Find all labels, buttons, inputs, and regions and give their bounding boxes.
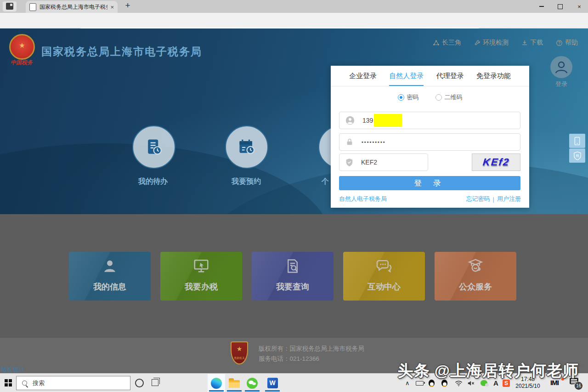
password-value[interactable]: ••••••••• <box>362 139 386 145</box>
copyright-text: 版权所有：国家税务总局上海市税务局 <box>259 345 364 353</box>
taskbar-search-box[interactable]: 搜索 <box>16 376 130 390</box>
calendar-clock-icon <box>237 137 257 157</box>
mode-password-label: 密码 <box>407 93 419 102</box>
card-label: 我要查询 <box>252 281 334 292</box>
browser-toolbar: ← → ↻ ⌂ https://etax.shanghai.chinatax.g… <box>0 13 588 28</box>
tab-no-login-functions[interactable]: 免登录功能 <box>476 66 511 86</box>
site-stats-link[interactable]: 站长统计 <box>1 365 25 374</box>
natural-person-etax-link[interactable]: 自然人电子税务局 <box>339 195 387 203</box>
edge-icon <box>211 378 222 389</box>
tax-shield-icon: 税 <box>573 151 582 160</box>
lock-input-icon <box>345 138 354 146</box>
card-query[interactable]: 我要查询 <box>252 252 334 301</box>
open-app-indicator <box>209 390 224 392</box>
taskbar-app-wechat[interactable] <box>243 374 261 392</box>
taskbar-app-explorer[interactable] <box>226 374 243 392</box>
card-label: 我的信息 <box>69 281 151 292</box>
nav-label: 环境检测 <box>483 39 509 47</box>
graduate-headset-icon <box>435 257 516 275</box>
wrench-icon <box>474 40 481 46</box>
new-tab-button[interactable]: + <box>122 0 133 11</box>
clock-date: 2021/5/10 <box>509 383 547 390</box>
window-minimize-button[interactable] <box>534 0 549 13</box>
browser-tab[interactable]: 国家税务总局上海市电子税务局 × <box>26 1 118 13</box>
taskbar-app-edge[interactable] <box>208 374 225 392</box>
tab-title: 国家税务总局上海市电子税务局 <box>40 3 107 11</box>
captcha-image[interactable]: KEf2 <box>472 153 520 171</box>
username-field[interactable]: 139 <box>339 112 520 129</box>
window-close-button[interactable]: × <box>571 0 587 13</box>
search-placeholder: 搜索 <box>33 379 45 387</box>
workspaces-icon <box>6 3 13 10</box>
tab-agent-login[interactable]: 代理登录 <box>436 66 464 86</box>
auxiliary-links: 忘记密码 | 用户注册 <box>466 195 521 203</box>
service-phone-text: 服务电话：021-12366 <box>259 355 319 363</box>
shield-check-icon <box>345 158 353 167</box>
password-field[interactable]: ••••••••• <box>339 133 520 151</box>
open-app-indicator <box>227 390 242 392</box>
username-value[interactable]: 139 <box>362 117 373 124</box>
link-divider: | <box>493 196 494 203</box>
card-do-tax[interactable]: 我要办税 <box>160 252 242 301</box>
svg-text:税: 税 <box>576 153 579 158</box>
captcha-value[interactable]: KEF2 <box>361 159 377 166</box>
monitor-cursor-icon <box>160 257 242 275</box>
notification-count-badge: 16 <box>574 381 583 390</box>
minimize-icon <box>539 6 544 7</box>
page-favicon <box>29 3 36 11</box>
folder-icon <box>229 380 240 388</box>
government-badge: ★ 党政机关 <box>231 341 248 364</box>
mode-password[interactable]: 密码 <box>398 93 419 102</box>
person-icon <box>69 257 151 275</box>
user-icon <box>345 116 355 125</box>
mode-qrcode[interactable]: 二维码 <box>435 93 463 102</box>
tab-natural-person-login[interactable]: 自然人登录 <box>389 66 424 86</box>
radio-password[interactable] <box>398 94 404 101</box>
start-button[interactable] <box>5 379 12 386</box>
nav-help[interactable]: 帮助 <box>556 39 578 47</box>
hero-section: 中国税务 国家税务总局上海市电子税务局 长三角 环境检测 下载 帮助 登录 我的… <box>0 28 588 214</box>
workspaces-button[interactable] <box>3 1 17 11</box>
avatar-person-icon <box>554 59 569 75</box>
chat-bubbles-icon <box>343 257 425 275</box>
badge-star-icon: ★ <box>232 345 247 352</box>
nav-env-check[interactable]: 环境检测 <box>474 39 509 47</box>
login-submit-button[interactable]: 登 录 <box>339 176 520 190</box>
card-my-info[interactable]: 我的信息 <box>69 252 151 301</box>
hero-nav: 长三角 环境检测 下载 帮助 <box>433 39 578 47</box>
tab-close-icon[interactable]: × <box>110 4 114 11</box>
mobile-version-tool[interactable] <box>569 134 585 148</box>
document-search-icon <box>252 257 334 275</box>
services-section: 我的信息 我要办税 我要查询 互动中心 公众服务 <box>0 214 588 338</box>
tab-enterprise-login[interactable]: 企业登录 <box>349 66 377 86</box>
register-link[interactable]: 用户注册 <box>497 195 521 203</box>
circle-appointment[interactable] <box>225 125 268 169</box>
card-label: 我要办税 <box>160 281 242 292</box>
login-avatar-label[interactable]: 登录 <box>550 80 572 88</box>
circle-my-todo[interactable] <box>132 125 175 169</box>
help-icon <box>556 40 563 46</box>
nav-label: 帮助 <box>565 39 578 47</box>
radio-qrcode[interactable] <box>435 94 442 101</box>
circle-label-appointment: 我要预约 <box>219 177 274 187</box>
captcha-field[interactable]: KEF2 <box>339 153 428 171</box>
triangle-icon <box>433 40 440 46</box>
nav-changsanjiao[interactable]: 长三角 <box>433 39 461 47</box>
forgot-password-link[interactable]: 忘记密码 <box>466 195 490 203</box>
login-mode-row: 密码 二维码 <box>331 93 529 102</box>
word-icon: W <box>267 378 278 388</box>
site-title: 国家税务总局上海市电子税务局 <box>41 45 202 59</box>
task-view-button[interactable] <box>152 379 158 386</box>
captcha-image-text: KEf2 <box>482 156 510 168</box>
nav-label: 下载 <box>530 39 543 47</box>
card-public-service[interactable]: 公众服务 <box>435 252 516 301</box>
wechat-icon <box>247 378 258 389</box>
window-restore-button[interactable] <box>552 0 568 13</box>
card-interaction-center[interactable]: 互动中心 <box>343 252 425 301</box>
nav-label: 长三角 <box>442 39 461 47</box>
cortana-button[interactable] <box>135 379 144 387</box>
taskbar-app-word[interactable]: W <box>264 374 281 392</box>
nav-download[interactable]: 下载 <box>521 39 543 47</box>
login-avatar[interactable] <box>550 56 572 78</box>
tax-shield-tool[interactable]: 税 <box>569 148 585 163</box>
